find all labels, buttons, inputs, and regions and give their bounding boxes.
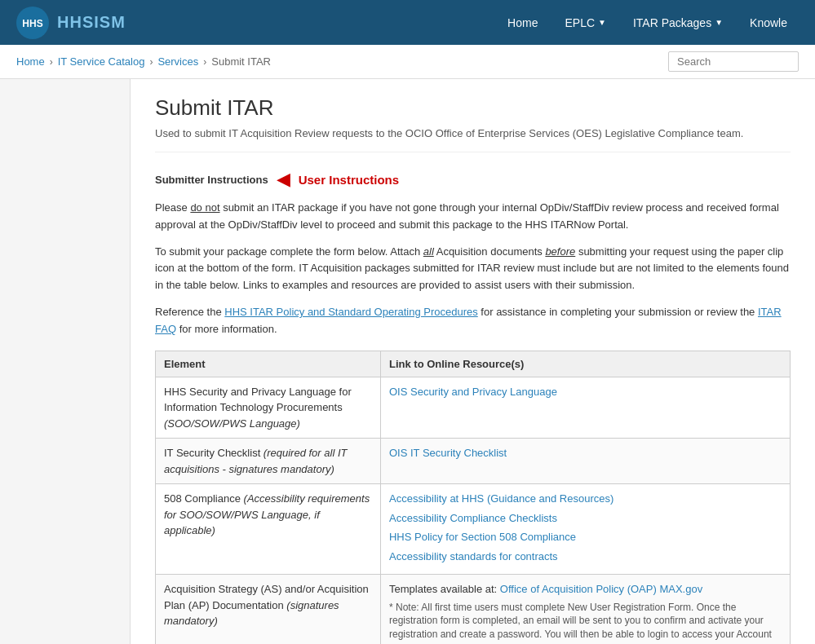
itar-chevron-icon: ▼: [715, 18, 723, 27]
templates-registration-note: * Note: All first time users must comple…: [389, 601, 782, 644]
table-row: IT Security Checklist (required for all …: [156, 439, 791, 484]
table-row: Acquisition Strategy (AS) and/or Acquisi…: [156, 575, 791, 644]
instructions-header: Submitter Instructions ◀ User Instructio…: [155, 169, 791, 190]
page-subtitle: Used to submit IT Acquisition Review req…: [155, 127, 791, 152]
logo-text: HHSISM: [57, 13, 126, 32]
templates-note-prefix: Templates available at:: [389, 583, 500, 595]
nav-knowledge[interactable]: Knowle: [738, 10, 799, 36]
table-cell-element-1: HHS Security and Privacy Language for In…: [156, 377, 381, 439]
table-cell-link-4: Templates available at: Office of Acquis…: [380, 575, 790, 644]
instructions-para-2: To submit your package complete the form…: [155, 244, 791, 294]
search-input[interactable]: [668, 51, 799, 72]
resources-table: Element Link to Online Resource(s) HHS S…: [155, 351, 791, 644]
breadcrumb-sep-3: ›: [203, 56, 206, 68]
content-area: Submit ITAR Used to submit IT Acquisitio…: [131, 79, 815, 644]
hhs-logo-icon: HHS: [16, 7, 49, 39]
breadcrumb-services[interactable]: Services: [157, 55, 198, 68]
table-cell-link-2: OIS IT Security Checklist: [380, 439, 790, 484]
main-nav: Home EPLC ▼ ITAR Packages ▼ Knowle: [496, 10, 799, 36]
breadcrumb-current: Submit ITAR: [211, 55, 271, 68]
breadcrumb-bar: Home › IT Service Catalog › Services › S…: [0, 45, 815, 79]
nav-home[interactable]: Home: [496, 10, 549, 36]
instructions-arrow-icon: ◀: [277, 169, 290, 190]
table-row: HHS Security and Privacy Language for In…: [156, 377, 791, 439]
ois-security-link[interactable]: OIS Security and Privacy Language: [389, 384, 782, 400]
breadcrumb: Home › IT Service Catalog › Services › S…: [16, 55, 271, 68]
breadcrumb-service-catalog[interactable]: IT Service Catalog: [58, 55, 145, 68]
table-cell-element-2: IT Security Checklist (required for all …: [156, 439, 381, 484]
table-cell-link-3: Accessibility at HHS (Guidance and Resou…: [380, 484, 790, 575]
eplc-chevron-icon: ▼: [598, 18, 606, 27]
table-row: 508 Compliance (Accessibility requiremen…: [156, 484, 791, 575]
nav-itar-packages[interactable]: ITAR Packages ▼: [622, 10, 734, 36]
instructions-para-1: Please do not submit an ITAR package if …: [155, 200, 791, 234]
table-cell-link-1: OIS Security and Privacy Language: [380, 377, 790, 439]
site-header: HHS HHSISM Home EPLC ▼ ITAR Packages ▼ K…: [0, 0, 815, 45]
accessibility-compliance-link[interactable]: Accessibility Compliance Checklists: [389, 510, 782, 527]
breadcrumb-home[interactable]: Home: [16, 55, 45, 68]
breadcrumb-sep-1: ›: [50, 56, 53, 68]
instructions-para-3: Reference the HHS ITAR Policy and Standa…: [155, 304, 791, 338]
logo: HHS HHSISM: [16, 7, 126, 39]
table-header-link: Link to Online Resource(s): [380, 351, 790, 377]
breadcrumb-sep-2: ›: [149, 56, 153, 68]
table-cell-element-4: Acquisition Strategy (AS) and/or Acquisi…: [156, 575, 381, 644]
sidebar: AcquisitionPlanningResources ➔: [0, 79, 131, 644]
accessibility-hhs-link[interactable]: Accessibility at HHS (Guidance and Resou…: [389, 491, 782, 507]
svg-text:HHS: HHS: [22, 18, 42, 29]
ois-checklist-link[interactable]: OIS IT Security Checklist: [389, 445, 782, 461]
page-title: Submit ITAR: [155, 95, 791, 121]
oap-maxgov-link[interactable]: Office of Acquisition Policy (OAP) MAX.g…: [500, 583, 702, 595]
instructions-label: Submitter Instructions: [155, 174, 268, 186]
section-508-link[interactable]: HHS Policy for Section 508 Compliance: [389, 529, 782, 545]
main-container: AcquisitionPlanningResources ➔ Submit IT…: [0, 79, 815, 644]
table-cell-element-3: 508 Compliance (Accessibility requiremen…: [156, 484, 381, 575]
instructions-tag: User Instructions: [299, 173, 399, 187]
accessibility-contracts-link[interactable]: Accessibility standards for contracts: [389, 549, 782, 565]
table-header-element: Element: [156, 351, 381, 377]
nav-eplc[interactable]: EPLC ▼: [553, 10, 617, 36]
itar-policy-link[interactable]: HHS ITAR Policy and Standard Operating P…: [224, 306, 477, 318]
